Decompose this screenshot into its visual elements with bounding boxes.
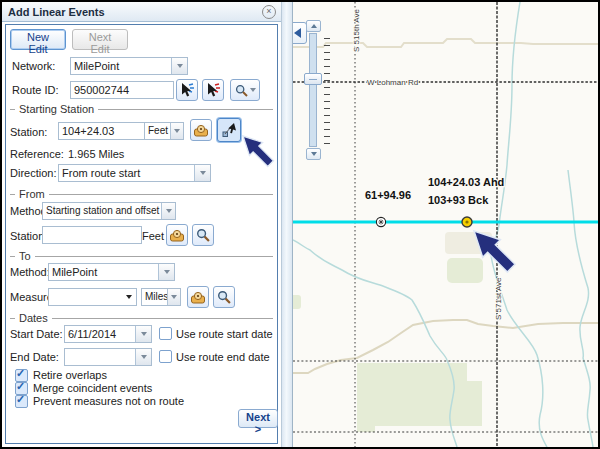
zoom-in-button[interactable] bbox=[306, 20, 321, 32]
to-search-button[interactable] bbox=[213, 286, 235, 308]
measure-dropdown-icon[interactable] bbox=[122, 289, 136, 305]
station-units-value: Feet bbox=[145, 123, 170, 139]
panel-title: Add Linear Events bbox=[2, 6, 105, 18]
dates-legend: Dates bbox=[10, 312, 273, 324]
station-marker-icon bbox=[169, 228, 185, 242]
to-method-dropdown-icon[interactable] bbox=[158, 264, 174, 280]
from-method-dropdown-icon[interactable] bbox=[161, 203, 175, 219]
measure-units-dropdown-icon[interactable] bbox=[167, 289, 180, 305]
station-point-marker[interactable] bbox=[376, 217, 385, 226]
app-window: Add Linear Events × New Edit Next Edit N… bbox=[0, 0, 600, 449]
close-icon[interactable]: × bbox=[262, 5, 276, 19]
route-search-button[interactable] bbox=[230, 79, 260, 101]
next-button[interactable]: Next > bbox=[238, 409, 278, 428]
end-date-dropdown-icon[interactable] bbox=[135, 349, 151, 365]
map-canvas[interactable]: W Lohman Rd S 515th Ave S 571st Ave 61+9… bbox=[293, 2, 598, 447]
road-label-vertical-left: S 515th Ave bbox=[352, 8, 361, 52]
from-method-value: Starting station and offset bbox=[43, 203, 161, 219]
panel-splitter[interactable] bbox=[281, 2, 293, 447]
from-search-button[interactable] bbox=[192, 224, 214, 246]
from-station-marker-button[interactable] bbox=[166, 224, 188, 246]
station-units-combo[interactable]: Feet bbox=[144, 122, 184, 140]
merge-coincident-events-label: Merge coincident events bbox=[33, 382, 152, 394]
station-marker-icon bbox=[190, 290, 206, 304]
select-route-on-map-button[interactable] bbox=[176, 79, 198, 101]
from-station-input[interactable] bbox=[42, 226, 142, 244]
route-id-input[interactable] bbox=[70, 81, 174, 99]
use-route-end-date-checkbox[interactable] bbox=[159, 350, 172, 363]
reference-value: 1.965 Miles bbox=[68, 148, 124, 160]
direction-label: Direction: bbox=[10, 167, 56, 179]
station-units-dropdown-icon[interactable] bbox=[170, 123, 183, 139]
network-combo[interactable]: MilePoint bbox=[70, 57, 188, 75]
start-date-dropdown-icon[interactable] bbox=[135, 326, 151, 342]
new-edit-button[interactable]: New Edit bbox=[10, 29, 66, 50]
road-label-horizontal: W Lohman Rd bbox=[367, 78, 418, 87]
direction-combo[interactable]: From route start bbox=[58, 164, 211, 182]
route-id-label: Route ID: bbox=[12, 84, 58, 96]
network-value: MilePoint bbox=[71, 58, 171, 74]
measure-combo[interactable] bbox=[48, 288, 137, 306]
magnifier-icon bbox=[235, 84, 248, 97]
magnifier-icon bbox=[196, 228, 210, 242]
measure-units-value: Miles bbox=[142, 289, 167, 305]
station-label: Station: bbox=[10, 126, 47, 138]
zoom-slider-ticks bbox=[324, 38, 330, 144]
use-route-start-date-label: Use route start date bbox=[176, 328, 273, 340]
end-date-label: End Date: bbox=[10, 351, 59, 363]
end-date-value bbox=[65, 349, 135, 365]
reference-label: Reference: bbox=[10, 148, 64, 160]
station-measure-label: 61+94.96 bbox=[365, 189, 411, 201]
network-label: Network: bbox=[12, 60, 55, 72]
route-select-cursor-icon bbox=[179, 82, 195, 98]
use-route-start-date-checkbox[interactable] bbox=[159, 327, 172, 340]
station-marker-button[interactable] bbox=[190, 119, 212, 141]
vegetation-polygon-large bbox=[357, 363, 482, 432]
pick-station-on-map-button[interactable] bbox=[217, 118, 241, 142]
search-dropdown-icon bbox=[250, 88, 256, 92]
starting-station-legend: Starting Station bbox=[10, 103, 273, 115]
zoom-slider-handle[interactable] bbox=[304, 73, 322, 85]
to-legend: To bbox=[10, 250, 273, 262]
measure-value bbox=[49, 289, 122, 305]
clear-route-selection-button[interactable] bbox=[202, 79, 224, 101]
to-method-value: MilePoint bbox=[49, 264, 158, 280]
next-edit-button[interactable]: Next Edit bbox=[72, 29, 128, 50]
direction-dropdown-icon[interactable] bbox=[194, 165, 210, 181]
vegetation-polygon-small bbox=[447, 258, 483, 283]
selected-station-marker[interactable] bbox=[462, 217, 472, 227]
from-legend: From bbox=[10, 188, 273, 200]
panel-header: Add Linear Events × bbox=[2, 2, 281, 22]
selected-ahead-label: 104+24.03 Ahd bbox=[428, 176, 504, 188]
add-linear-events-panel: Add Linear Events × New Edit Next Edit N… bbox=[2, 2, 281, 447]
end-date-combo[interactable] bbox=[64, 348, 152, 366]
direction-value: From route start bbox=[59, 165, 194, 181]
zoom-slider-track[interactable] bbox=[309, 33, 317, 147]
retire-overlaps-label: Retire overlaps bbox=[33, 369, 107, 381]
zoom-out-button[interactable] bbox=[306, 148, 321, 160]
to-method-combo[interactable]: MilePoint bbox=[48, 263, 175, 281]
vegetation-polygon-edge bbox=[293, 295, 301, 309]
from-method-combo[interactable]: Starting station and offset bbox=[42, 202, 176, 220]
network-dropdown-icon[interactable] bbox=[171, 58, 187, 74]
start-date-value: 6/11/2014 bbox=[65, 326, 135, 342]
use-route-end-date-label: Use route end date bbox=[176, 351, 270, 363]
route-deselect-cursor-icon bbox=[205, 82, 221, 98]
prevent-measures-checkbox[interactable] bbox=[15, 395, 28, 408]
to-method-label: Method: bbox=[10, 266, 50, 278]
pick-station-cursor-icon bbox=[221, 122, 237, 138]
station-marker-icon bbox=[193, 123, 209, 137]
start-date-combo[interactable]: 6/11/2014 bbox=[64, 325, 152, 343]
road-label-vertical-right: S 571st Ave bbox=[494, 277, 503, 320]
zoom-slider bbox=[306, 20, 342, 165]
from-units-label: Feet bbox=[142, 230, 164, 242]
to-station-marker-button[interactable] bbox=[187, 286, 209, 308]
magnifier-icon bbox=[217, 290, 231, 304]
prevent-measures-label: Prevent measures not on route bbox=[33, 395, 184, 407]
station-input[interactable] bbox=[58, 122, 146, 140]
collapse-left-icon bbox=[294, 28, 301, 38]
selected-back-label: 103+93 Bck bbox=[428, 194, 489, 206]
measure-units-combo[interactable]: Miles bbox=[141, 288, 181, 306]
collapse-panel-button[interactable] bbox=[293, 22, 307, 44]
start-date-label: Start Date: bbox=[10, 328, 63, 340]
